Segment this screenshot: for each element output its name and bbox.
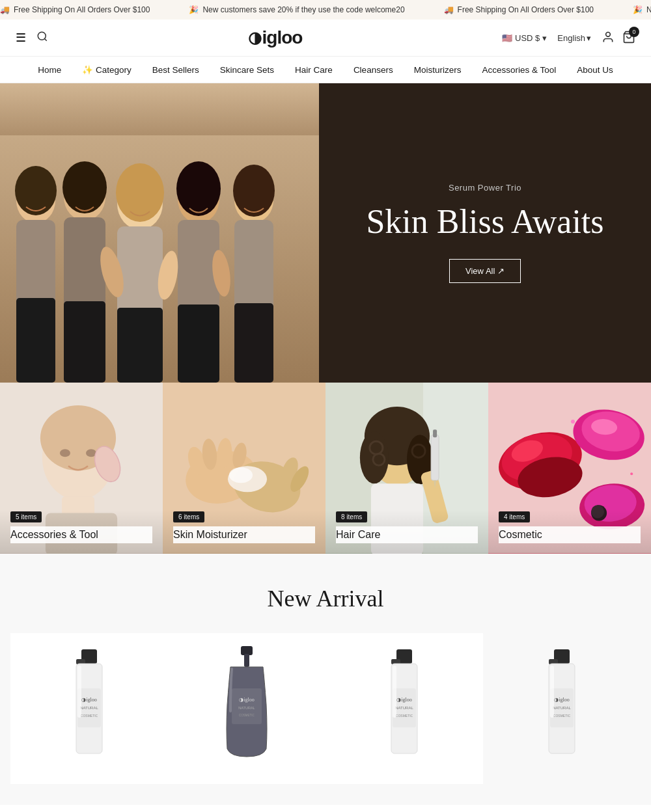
svg-rect-87 (244, 654, 249, 667)
language-selector[interactable]: English ▾ (557, 33, 591, 43)
announcement-item: 🚚 Free Shipping On All Orders Over $100 (444, 5, 594, 14)
svg-point-49 (229, 467, 253, 483)
category-name-moisturizer: Skin Moisturizer (173, 526, 315, 543)
announcement-track: 🚚 Free Shipping On All Orders Over $100 … (0, 5, 651, 14)
nav-home[interactable]: Home (38, 65, 61, 75)
product-image-4: ◑igloo NATURAL COSMETIC (493, 646, 630, 763)
svg-rect-16 (117, 308, 163, 383)
nav-about-us[interactable]: About Us (577, 65, 613, 75)
main-nav: Home ✨ Category Best Sellers Skincare Se… (0, 57, 651, 83)
svg-text:NATURAL: NATURAL (553, 706, 571, 710)
product-image-3: ◑igloo NATURAL COSMETIC (336, 646, 473, 763)
svg-text:COSMETIC: COSMETIC (396, 714, 413, 718)
svg-rect-85 (77, 666, 81, 718)
svg-point-17 (116, 163, 164, 222)
products-grid: ◑igloo NATURAL COSMETIC (10, 633, 641, 784)
svg-rect-29 (0, 83, 319, 135)
product-card-2[interactable]: ◑igloo NATURAL COSMETIC (168, 633, 326, 784)
svg-point-0 (38, 32, 46, 40)
category-name-cosmetic: Cosmetic (499, 526, 641, 543)
svg-point-76 (630, 472, 633, 475)
category-card-cosmetic[interactable]: 4 items Cosmetic (488, 383, 651, 554)
category-info-accessories: 5 items Accessories & Tool (0, 510, 163, 554)
category-info-cosmetic: 4 items Cosmetic (488, 510, 651, 554)
svg-rect-99 (393, 666, 396, 718)
svg-rect-8 (16, 298, 55, 383)
nav-category[interactable]: ✨ Category (82, 64, 132, 75)
product-card-4[interactable]: ◑igloo NATURAL COSMETIC (483, 633, 641, 784)
chevron-down-icon: ▾ (542, 33, 547, 43)
hero-content: Serum Power Trio Skin Bliss Awaits View … (319, 83, 651, 383)
cart-button[interactable]: 0 (622, 31, 635, 46)
hero-title: Skin Bliss Awaits (366, 203, 603, 240)
svg-rect-12 (64, 301, 105, 383)
header-icons: 0 (602, 31, 635, 46)
hero-cta-button[interactable]: View All ↗ (449, 259, 521, 283)
logo-moon-icon: ◑ (248, 29, 261, 47)
svg-point-21 (176, 161, 221, 216)
new-arrival-section: New Arrival ◑igloo NATURAL COSMETIC (0, 554, 651, 805)
category-card-moisturizer[interactable]: 6 items Skin Moisturizer (163, 383, 326, 554)
header-left: ☰ (16, 31, 48, 45)
new-arrival-title: New Arrival (10, 585, 641, 612)
svg-rect-86 (241, 646, 253, 655)
svg-text:◑igloo: ◑igloo (396, 697, 411, 703)
svg-point-25 (233, 165, 275, 217)
svg-text:◑igloo: ◑igloo (239, 697, 254, 703)
announcement-item: 🎉 New customers save 20% if they use the… (633, 5, 651, 14)
nav-moisturizers[interactable]: Moisturizers (414, 65, 462, 75)
category-card-accessories[interactable]: 5 items Accessories & Tool (0, 383, 163, 554)
category-name-hair-care: Hair Care (336, 526, 478, 543)
category-badge-cosmetic: 4 items (499, 511, 530, 522)
category-badge-hair-care: 8 items (336, 511, 367, 522)
svg-text:COSMETIC: COSMETIC (553, 714, 571, 718)
site-header: ☰ ◑ igloo 🇺🇸 USD $ ▾ English ▾ (0, 20, 651, 57)
svg-rect-62 (433, 429, 437, 437)
category-grid: 5 items Accessories & Tool (0, 383, 651, 554)
svg-text:◑igloo: ◑igloo (554, 697, 569, 703)
hero-people-image (0, 83, 319, 383)
chevron-down-icon: ▾ (587, 33, 591, 43)
svg-point-75 (571, 420, 575, 424)
svg-text:◑igloo: ◑igloo (81, 697, 96, 703)
svg-rect-61 (431, 435, 439, 480)
menu-icon[interactable]: ☰ (16, 31, 26, 45)
category-badge-accessories: 5 items (10, 511, 42, 522)
product-card-3[interactable]: ◑igloo NATURAL COSMETIC (326, 633, 483, 784)
svg-point-2 (606, 32, 611, 36)
shipping-icon: 🚚 (0, 5, 10, 14)
nav-best-sellers[interactable]: Best Sellers (152, 65, 199, 75)
announcement-item: 🎉 New customers save 20% if they use the… (189, 5, 404, 14)
product-card-1[interactable]: ◑igloo NATURAL COSMETIC (10, 633, 168, 784)
category-badge-moisturizer: 6 items (173, 511, 204, 522)
currency-selector[interactable]: 🇺🇸 USD $ ▾ (502, 33, 547, 43)
nav-hair-care[interactable]: Hair Care (295, 65, 333, 75)
user-icon[interactable] (602, 31, 615, 46)
svg-rect-107 (550, 666, 554, 718)
product-image-1: ◑igloo NATURAL COSMETIC (21, 646, 158, 763)
nav-cleansers[interactable]: Cleansers (353, 65, 393, 75)
svg-point-13 (62, 161, 107, 213)
svg-text:COSMETIC: COSMETIC (239, 714, 255, 717)
discount-icon: 🎉 (189, 5, 199, 14)
svg-text:COSMETIC: COSMETIC (81, 714, 98, 718)
hero-image (0, 83, 319, 383)
svg-text:NATURAL: NATURAL (395, 706, 413, 710)
nav-accessories-tool[interactable]: Accessories & Tool (482, 65, 556, 75)
nav-skincare-sets[interactable]: Skincare Sets (220, 65, 274, 75)
hero-section: Serum Power Trio Skin Bliss Awaits View … (0, 83, 651, 383)
product-image-2: ◑igloo NATURAL COSMETIC (178, 646, 315, 763)
discount-icon: 🎉 (633, 5, 643, 14)
announcement-bar: 🚚 Free Shipping On All Orders Over $100 … (0, 0, 651, 20)
category-card-hair-care[interactable]: 8 items Hair Care (326, 383, 488, 554)
svg-rect-24 (234, 303, 273, 383)
svg-text:NATURAL: NATURAL (238, 706, 255, 710)
site-logo[interactable]: ◑ igloo (248, 27, 303, 48)
svg-rect-20 (178, 304, 219, 383)
category-info-hair-care: 8 items Hair Care (326, 510, 488, 554)
shipping-icon: 🚚 (444, 5, 454, 14)
hero-subtitle: Serum Power Trio (449, 183, 521, 193)
category-name-accessories: Accessories & Tool (10, 526, 152, 543)
header-right: 🇺🇸 USD $ ▾ English ▾ 0 (502, 31, 635, 46)
search-icon[interactable] (36, 31, 48, 45)
